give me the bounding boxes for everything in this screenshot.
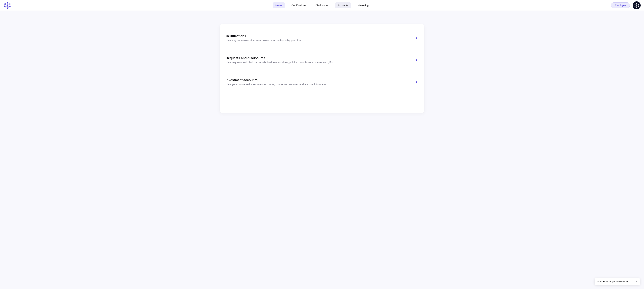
nav-disclosures[interactable]: Disclosures — [313, 2, 331, 8]
logo-icon — [3, 1, 12, 10]
feedback-widget[interactable]: How likely are you to recommen… ▲ — [595, 278, 640, 285]
row-text: Certifications View any documents that h… — [226, 34, 414, 42]
row-text: Requests and disclosures View requests a… — [226, 56, 414, 64]
svg-point-21 — [634, 4, 635, 5]
row-title: Requests and disclosures — [226, 56, 414, 60]
header: Home Certifications Disclosures Accounts… — [0, 0, 644, 11]
row-desc: View any documents that have been shared… — [226, 39, 414, 42]
row-text: Investment accounts View your connected … — [226, 78, 414, 86]
caret-up-icon: ▲ — [636, 281, 637, 283]
nav-certifications[interactable]: Certifications — [289, 2, 309, 8]
nav-marketing[interactable]: Marketing — [355, 2, 371, 8]
feedback-prompt: How likely are you to recommen… — [598, 280, 633, 283]
avatar-icon — [634, 2, 640, 9]
arrow-right-icon — [414, 37, 418, 40]
row-title: Certifications — [226, 34, 414, 38]
nav-accounts[interactable]: Accounts — [335, 2, 351, 8]
svg-point-18 — [638, 6, 639, 7]
row-desc: View requests and disclose outside busin… — [226, 61, 414, 64]
logo[interactable] — [3, 1, 12, 10]
row-investment-accounts[interactable]: Investment accounts View your connected … — [226, 78, 418, 93]
svg-point-6 — [7, 2, 8, 3]
row-requests-disclosures[interactable]: Requests and disclosures View requests a… — [226, 56, 418, 71]
home-card: Certifications View any documents that h… — [220, 24, 424, 113]
main-content: Certifications View any documents that h… — [0, 11, 644, 120]
svg-point-8 — [10, 6, 10, 7]
arrow-right-icon — [414, 81, 418, 84]
svg-point-17 — [638, 4, 639, 5]
svg-point-9 — [7, 8, 8, 9]
avatar[interactable]: H — [632, 1, 641, 10]
row-title: Investment accounts — [226, 78, 414, 82]
svg-point-16 — [636, 3, 637, 4]
svg-point-19 — [636, 7, 637, 8]
svg-point-20 — [634, 6, 635, 7]
arrow-right-icon — [414, 59, 418, 62]
employee-button[interactable]: Employee — [611, 2, 630, 8]
avatar-badge: H — [639, 7, 640, 9]
svg-point-7 — [10, 4, 10, 5]
header-right: Employee H — [611, 1, 641, 10]
row-desc: View your connected investment accounts,… — [226, 83, 414, 86]
main-nav: Home Certifications Disclosures Accounts… — [273, 2, 371, 8]
svg-point-11 — [4, 4, 5, 5]
svg-point-10 — [4, 6, 5, 7]
row-certifications[interactable]: Certifications View any documents that h… — [226, 34, 418, 49]
nav-home[interactable]: Home — [273, 2, 285, 8]
